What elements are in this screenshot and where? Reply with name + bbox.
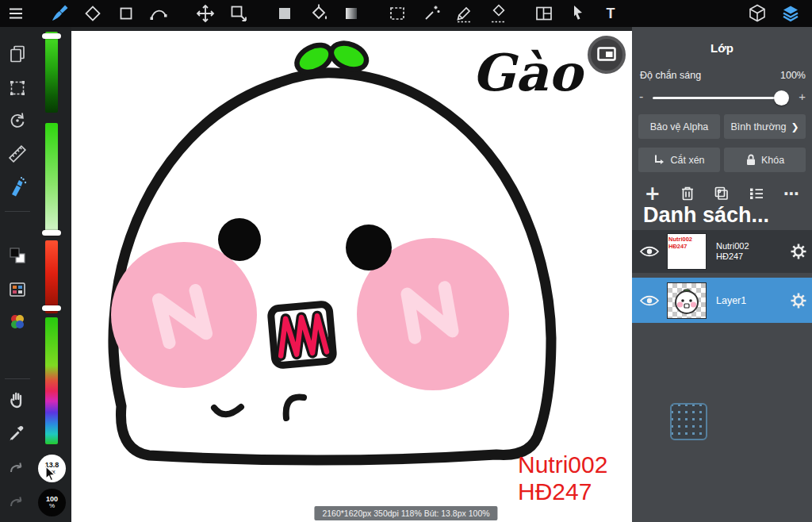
saturation-slider-handle[interactable] bbox=[42, 230, 61, 236]
delete-layer-icon[interactable] bbox=[676, 182, 699, 205]
gear-icon bbox=[790, 292, 807, 309]
layer-settings-button[interactable] bbox=[785, 243, 812, 260]
clipping-icon bbox=[653, 154, 665, 166]
opacity-plus-button[interactable]: + bbox=[799, 90, 806, 103]
layer1-visibility-toggle[interactable] bbox=[632, 230, 667, 273]
opacity-value: 100% bbox=[780, 70, 806, 81]
clipping-button[interactable]: Cắt xén bbox=[638, 148, 720, 172]
layers-panel-icon[interactable] bbox=[779, 2, 802, 25]
cursor-tool-icon[interactable] bbox=[566, 2, 588, 25]
top-toolbar: T bbox=[0, 0, 812, 27]
green-value-slider[interactable] bbox=[45, 32, 58, 113]
right-eye bbox=[346, 225, 392, 271]
materials-icon[interactable] bbox=[6, 278, 29, 301]
select-area-icon[interactable] bbox=[6, 77, 29, 99]
text-tool-label: T bbox=[607, 6, 615, 22]
watermark-line1: Nutri002 bbox=[518, 451, 607, 478]
fg-bg-colors-icon[interactable] bbox=[6, 244, 29, 267]
saturation-slider[interactable] bbox=[45, 123, 58, 235]
lock-icon bbox=[745, 154, 756, 166]
layer-thumbnail-text[interactable]: Nutri002 HĐ247 bbox=[667, 233, 707, 270]
brush-size-unit: px bbox=[48, 469, 55, 475]
panel-toggle-button[interactable] bbox=[588, 36, 626, 74]
move-tool-icon[interactable] bbox=[194, 2, 216, 25]
left-sidebar: 13.8 px 100 % bbox=[0, 27, 71, 522]
new-canvas-icon[interactable] bbox=[6, 43, 29, 65]
window-panel-icon bbox=[597, 47, 616, 63]
chevron-right-icon: ❯ bbox=[791, 121, 799, 132]
menu-icon[interactable] bbox=[5, 2, 27, 25]
watermark-line2: HĐ247 bbox=[518, 478, 592, 505]
redo-arrow-icon[interactable] bbox=[6, 457, 29, 479]
thumb-text-line1: Nutri002 bbox=[668, 236, 705, 243]
eye-icon bbox=[639, 294, 660, 308]
protect-alpha-button[interactable]: Bảo vệ Alpha bbox=[638, 114, 720, 139]
opacity-slider-knob[interactable] bbox=[774, 90, 789, 106]
opacity-label: Độ chắn sáng bbox=[640, 70, 701, 81]
ruler-icon[interactable] bbox=[6, 143, 29, 165]
layer-name: Nutri002 HĐ247 bbox=[711, 241, 785, 263]
layer2-visibility-toggle[interactable] bbox=[632, 278, 667, 323]
layer-row-nutri002[interactable]: Nutri002 HĐ247 Nutri002 HĐ247 bbox=[632, 230, 812, 273]
green-value-slider-handle[interactable] bbox=[42, 33, 61, 39]
sidebar-divider bbox=[5, 378, 30, 379]
shape-tool-icon[interactable] bbox=[115, 2, 137, 25]
select-eraser-icon[interactable] bbox=[488, 2, 510, 25]
duplicate-layer-icon[interactable] bbox=[710, 182, 733, 205]
layer-list-icon[interactable] bbox=[745, 182, 768, 205]
layer-list-title: Danh sách... bbox=[643, 203, 769, 228]
brush-size-badge[interactable]: 13.8 px bbox=[38, 455, 66, 482]
zoom-unit: % bbox=[49, 503, 55, 509]
canvas-viewport: Gào Nutri002 HĐ247 bbox=[71, 27, 632, 522]
blend-mode-button[interactable]: Bình thường ❯ bbox=[724, 114, 806, 139]
eyedropper-icon[interactable] bbox=[6, 422, 29, 444]
signature-text: Gào bbox=[472, 43, 585, 102]
layer-settings-button[interactable] bbox=[785, 292, 812, 309]
panels-tool-icon[interactable] bbox=[533, 2, 555, 25]
layer-panel: Lớp Độ chắn sáng 100% - + Bảo vệ Alpha B… bbox=[632, 27, 812, 522]
gradient-tool-icon[interactable] bbox=[340, 2, 362, 25]
layer-panel-title: Lớp bbox=[632, 41, 812, 55]
fill-bucket-icon[interactable] bbox=[307, 2, 329, 25]
drawing-canvas[interactable]: Gào Nutri002 HĐ247 bbox=[71, 27, 632, 522]
navigator-widget[interactable] bbox=[670, 403, 707, 440]
protect-alpha-label: Bảo vệ Alpha bbox=[650, 121, 709, 132]
clipping-label: Cắt xén bbox=[670, 155, 704, 166]
brush-tool-icon[interactable] bbox=[48, 2, 71, 25]
zoom-badge[interactable]: 100 % bbox=[38, 489, 66, 516]
canvas-status-bar: 2160*1620px 350dpi 118% Bút: 13.8px 100% bbox=[314, 506, 497, 520]
3d-cube-icon[interactable] bbox=[746, 2, 768, 25]
rotate-reset-icon[interactable] bbox=[6, 109, 29, 132]
layer-name: Layer1 bbox=[711, 295, 785, 306]
color-chip-icon[interactable] bbox=[274, 2, 296, 25]
hue-slider[interactable] bbox=[45, 317, 58, 444]
red-slider-handle[interactable] bbox=[42, 305, 61, 311]
curve-tool-icon[interactable] bbox=[147, 2, 170, 25]
add-layer-icon[interactable]: + bbox=[642, 182, 664, 205]
eye-icon bbox=[639, 244, 660, 259]
select-rect-icon[interactable] bbox=[386, 2, 408, 25]
eraser-tool-icon[interactable] bbox=[82, 2, 104, 25]
color-mixer-icon[interactable] bbox=[6, 311, 29, 333]
airbrush-tool-icon[interactable] bbox=[6, 176, 29, 198]
opacity-slider[interactable]: - + bbox=[632, 88, 812, 107]
lock-button[interactable]: Khóa bbox=[724, 148, 806, 172]
thumbnail-character bbox=[668, 284, 705, 317]
gear-icon bbox=[790, 243, 807, 260]
magic-wand-icon[interactable] bbox=[420, 2, 442, 25]
lock-label: Khóa bbox=[761, 155, 784, 166]
text-tool-icon[interactable]: T bbox=[599, 2, 622, 25]
select-pen-icon[interactable] bbox=[454, 2, 476, 25]
transform-tool-icon[interactable] bbox=[228, 2, 250, 25]
opacity-slider-track[interactable] bbox=[653, 97, 788, 99]
left-eye bbox=[218, 218, 261, 261]
undo-arrow-icon[interactable] bbox=[6, 491, 29, 513]
red-slider[interactable] bbox=[45, 240, 58, 313]
sidebar-divider bbox=[5, 211, 30, 212]
layer-actions-row: + ⋯ bbox=[635, 182, 809, 205]
more-options-icon[interactable]: ⋯ bbox=[780, 182, 802, 205]
hand-pan-icon[interactable] bbox=[6, 389, 29, 411]
opacity-minus-button[interactable]: - bbox=[639, 90, 643, 104]
layer-row-layer1-selected[interactable]: Layer1 bbox=[632, 278, 812, 323]
layer-thumbnail-art[interactable] bbox=[667, 282, 707, 319]
